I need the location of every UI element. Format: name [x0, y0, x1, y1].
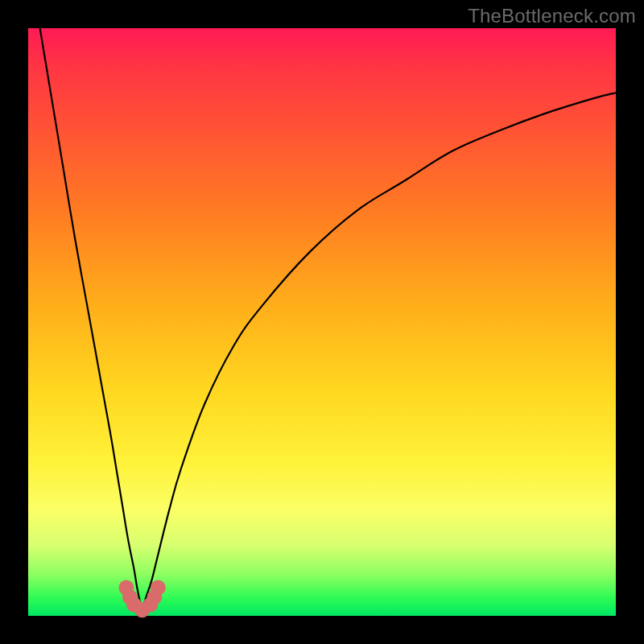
watermark-text: TheBottleneck.com: [468, 5, 636, 27]
bottleneck-markers: [118, 580, 165, 617]
curve-layer: [28, 28, 616, 616]
marker-dot: [151, 580, 166, 595]
left-branch-line: [40, 28, 142, 610]
right-branch-line: [142, 93, 616, 609]
plot-area: [28, 28, 616, 616]
chart-frame: TheBottleneck.com: [0, 0, 644, 644]
